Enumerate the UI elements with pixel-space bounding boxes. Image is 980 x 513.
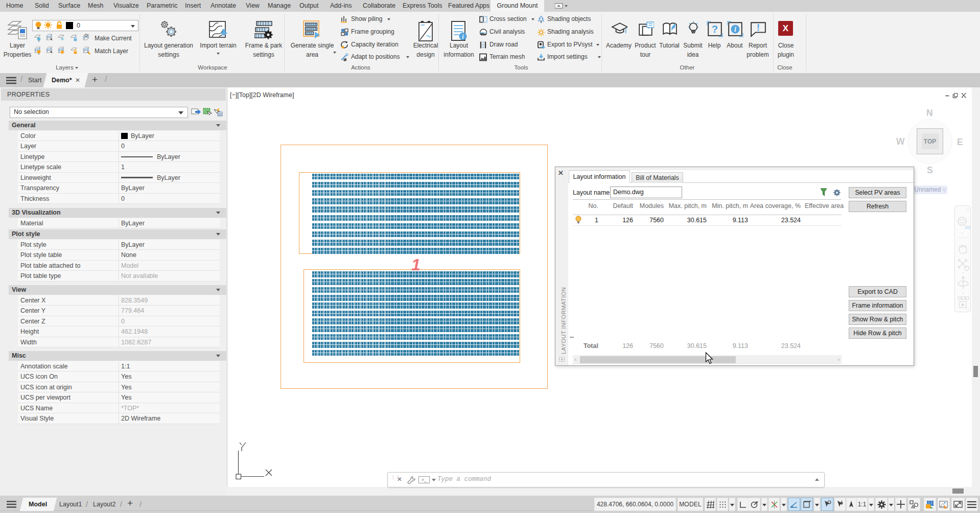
svg-text:!: ! — [757, 22, 760, 33]
svg-text:2D: 2D — [965, 225, 971, 230]
svg-text:?: ? — [712, 24, 718, 35]
svg-text:i: i — [734, 26, 736, 33]
